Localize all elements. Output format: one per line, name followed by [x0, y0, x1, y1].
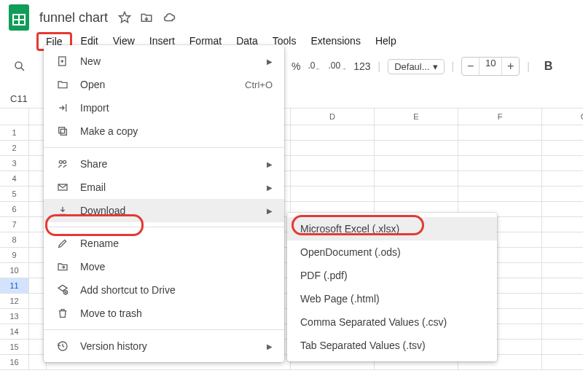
cell[interactable]	[375, 125, 458, 140]
svg-rect-10	[60, 129, 66, 135]
submenu-item-csv[interactable]: Comma Separated Values (.csv)	[287, 310, 497, 334]
menu-item-import[interactable]: Import	[44, 96, 284, 119]
download-icon	[55, 205, 70, 216]
submenu-item-tsv[interactable]: Tab Separated Values (.tsv)	[287, 334, 497, 357]
row-header[interactable]: 11	[0, 278, 29, 293]
cell[interactable]	[458, 171, 542, 186]
search-icon[interactable]	[10, 57, 29, 76]
cell[interactable]	[542, 278, 583, 293]
menu-help[interactable]: Help	[369, 32, 402, 51]
cell[interactable]	[542, 340, 583, 354]
menu-item-version-history[interactable]: Version history ▶	[44, 334, 284, 358]
menu-item-rename[interactable]: Rename	[44, 232, 284, 255]
decrease-font-button[interactable]: −	[462, 58, 480, 75]
percent-format-button[interactable]: %	[292, 60, 300, 72]
cell[interactable]	[291, 187, 375, 201]
row-header[interactable]: 7	[0, 217, 29, 232]
cell[interactable]	[542, 324, 583, 339]
cell[interactable]	[542, 187, 583, 201]
menu-item-email[interactable]: Email ▶	[44, 176, 284, 199]
cell[interactable]	[458, 141, 542, 155]
menu-separator	[44, 329, 284, 330]
row-header[interactable]: 15	[0, 340, 29, 354]
move-folder-icon[interactable]	[140, 11, 153, 24]
row-header[interactable]: 9	[0, 248, 29, 262]
cell[interactable]	[542, 125, 583, 140]
sheets-logo[interactable]	[6, 4, 32, 31]
font-size-input[interactable]: 10	[480, 58, 501, 75]
submenu-item-xlsx[interactable]: Microsoft Excel (.xlsx)	[287, 217, 497, 240]
cell[interactable]	[291, 141, 375, 155]
submenu-arrow-icon: ▶	[267, 160, 273, 168]
cell[interactable]	[375, 141, 458, 155]
row-header[interactable]: 14	[0, 324, 29, 339]
menu-item-make-copy[interactable]: Make a copy	[44, 119, 284, 143]
submenu-item-pdf[interactable]: PDF (.pdf)	[287, 264, 497, 287]
row-header[interactable]: 13	[0, 309, 29, 324]
cloud-status-icon[interactable]	[162, 11, 176, 24]
cell[interactable]	[375, 156, 458, 170]
number-format-button[interactable]: 123	[353, 60, 370, 72]
row-header[interactable]: 8	[0, 232, 29, 247]
font-family-select[interactable]: Defaul...▾	[388, 59, 444, 74]
select-all-corner[interactable]	[0, 109, 29, 125]
cell[interactable]	[458, 156, 542, 170]
row-header[interactable]: 16	[0, 355, 29, 369]
cell[interactable]	[542, 202, 583, 216]
cell[interactable]	[542, 355, 583, 369]
menu-item-new[interactable]: New ▶	[44, 50, 284, 73]
cell[interactable]	[542, 156, 583, 170]
row-header[interactable]: 5	[0, 187, 29, 201]
cell[interactable]	[542, 248, 583, 262]
cell[interactable]	[458, 125, 542, 140]
row-header[interactable]: 3	[0, 156, 29, 170]
cell[interactable]	[542, 217, 583, 232]
cell[interactable]	[542, 171, 583, 186]
increase-font-button[interactable]: +	[501, 58, 519, 75]
cell[interactable]	[291, 171, 375, 186]
cell[interactable]	[291, 125, 375, 140]
history-icon	[55, 340, 70, 352]
menu-item-open[interactable]: Open Ctrl+O	[44, 73, 284, 96]
header: funnel chart	[0, 0, 583, 31]
cell[interactable]	[542, 232, 583, 247]
menu-item-move-to-trash[interactable]: Move to trash	[44, 302, 284, 325]
cell[interactable]	[542, 294, 583, 308]
menu-item-label: Move	[80, 261, 105, 273]
menu-extensions[interactable]: Extensions	[305, 32, 366, 51]
increase-decimal-button[interactable]: .00→	[328, 60, 346, 72]
column-header[interactable]: G	[542, 109, 583, 125]
cell[interactable]	[542, 141, 583, 155]
menu-separator	[44, 147, 284, 148]
cell[interactable]	[291, 156, 375, 170]
submenu-item-ods[interactable]: OpenDocument (.ods)	[287, 240, 497, 264]
document-title[interactable]: funnel chart	[36, 9, 111, 27]
row-header[interactable]: 2	[0, 141, 29, 155]
font-size-group: − 10 +	[461, 57, 520, 76]
bold-button[interactable]: B	[544, 60, 553, 73]
menu-item-download[interactable]: Download ▶	[44, 199, 284, 222]
chevron-down-icon: ▾	[433, 61, 438, 72]
cell[interactable]	[542, 263, 583, 278]
row-header[interactable]: 10	[0, 263, 29, 278]
star-icon[interactable]	[118, 11, 131, 24]
column-header[interactable]: E	[375, 109, 458, 125]
menu-item-add-shortcut[interactable]: Add shortcut to Drive	[44, 278, 284, 302]
cell[interactable]	[375, 171, 458, 186]
row-header[interactable]: 1	[0, 125, 29, 140]
menu-item-share[interactable]: Share ▶	[44, 152, 284, 176]
row-header[interactable]: 12	[0, 294, 29, 308]
name-box[interactable]: C11	[6, 92, 32, 106]
column-header[interactable]: D	[291, 109, 375, 125]
cell[interactable]	[458, 187, 542, 201]
menu-item-move[interactable]: Move	[44, 255, 284, 278]
cell[interactable]	[542, 309, 583, 324]
row-header[interactable]: 4	[0, 171, 29, 186]
row-header[interactable]: 6	[0, 202, 29, 216]
menu-item-label: Download	[80, 205, 125, 216]
cell[interactable]	[375, 187, 458, 201]
folder-icon	[55, 79, 70, 90]
column-header[interactable]: F	[458, 109, 542, 125]
submenu-item-html[interactable]: Web Page (.html)	[287, 287, 497, 310]
decrease-decimal-button[interactable]: .0←	[308, 60, 321, 72]
